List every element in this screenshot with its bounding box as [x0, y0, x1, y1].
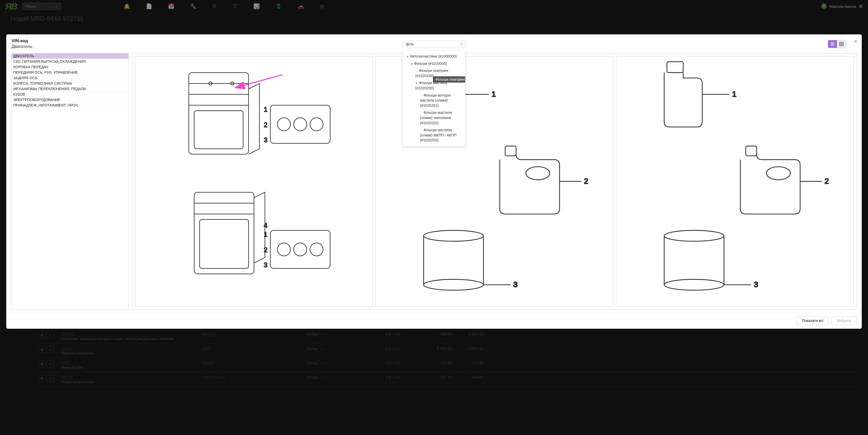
svg-point-31 [424, 280, 484, 290]
svg-text:2: 2 [584, 177, 588, 185]
diagram-engine[interactable]: 1 2 3 4 1 2 3 [135, 56, 373, 307]
category-item[interactable]: ДВИГАТЕЛЬ [12, 53, 128, 59]
svg-point-30 [424, 231, 484, 241]
svg-text:1: 1 [732, 90, 736, 98]
svg-point-10 [294, 118, 307, 131]
svg-point-38 [766, 167, 790, 180]
diagram-fluids-2[interactable]: 1 2 3 [616, 56, 854, 307]
grid-view-button[interactable] [837, 40, 846, 48]
autocomplete-item[interactable]: ▼Фільтри (#1020000) [403, 60, 465, 67]
view-toggle [828, 40, 846, 48]
category-item[interactable]: ПРИНАДЛЕЖ.,INFOTAINMENT, ПРОЧ. [12, 103, 128, 108]
grid-squares-icon [839, 42, 843, 46]
modal-search-wrap: ⊗ [403, 40, 465, 48]
autocomplete-item[interactable]: ▼Автозапчастини (#1000000) [403, 53, 465, 60]
autocomplete-dropdown: ▼Автозапчастини (#1000000)▼Фільтри (#102… [403, 51, 465, 146]
svg-rect-8 [270, 105, 330, 143]
svg-point-16 [277, 243, 290, 256]
svg-text:4: 4 [264, 222, 268, 229]
category-item[interactable]: ЭЛЕКТРООБОРУДОВАНИЕ [12, 97, 128, 103]
svg-rect-6 [194, 192, 254, 274]
category-item[interactable]: КОЛЁСА, ТОРМОЗНАЯ СИСТЕМА [12, 81, 128, 86]
svg-point-17 [294, 243, 307, 256]
svg-point-41 [664, 231, 724, 241]
svg-point-9 [277, 118, 290, 131]
svg-rect-3 [194, 111, 243, 149]
svg-point-11 [310, 118, 323, 131]
svg-rect-7 [200, 220, 249, 268]
category-item[interactable]: КОРОБКА ПЕРЕДАЧ [12, 64, 128, 70]
autocomplete-item[interactable]: Фільтри мастила (оливи) МКПП і АКПП (#10… [403, 126, 465, 144]
modal-search-input[interactable] [403, 40, 465, 48]
svg-rect-37 [746, 146, 756, 156]
svg-text:2: 2 [825, 177, 829, 185]
svg-text:2: 2 [264, 246, 268, 254]
modal-header: VIN-код Двигатель ⊗ ✕ ▼Автозапчастини (#… [6, 34, 862, 53]
svg-rect-15 [270, 231, 330, 268]
svg-text:3: 3 [754, 280, 758, 289]
svg-point-27 [526, 167, 550, 180]
modal-footer: Показати всі Вибрати [6, 312, 862, 329]
vin-modal: VIN-код Двигатель ⊗ ✕ ▼Автозапчастини (#… [6, 34, 862, 329]
select-button[interactable]: Вибрати [831, 316, 857, 325]
list-view-button[interactable] [828, 40, 837, 48]
show-all-button[interactable]: Показати всі [797, 316, 829, 325]
close-button[interactable]: ✕ [854, 38, 858, 44]
svg-rect-2 [189, 73, 249, 154]
svg-point-18 [310, 243, 323, 256]
category-item[interactable]: МЕХАНИЗМЫ ПЕРЕКЛЮЧЕНИЯ, ПЕДАЛИ [12, 86, 128, 92]
autocomplete-item[interactable]: Фільтри мастила (оливи) зчеплення (#1020… [403, 109, 465, 126]
category-item[interactable]: ЗАДНЯЯ ОСЬ [12, 75, 128, 81]
category-item[interactable]: ПЕРЕДНЯЯ ОСЬ, РУЛ. УПРАВЛЕНИЕ [12, 70, 128, 75]
svg-text:3: 3 [264, 136, 268, 144]
category-list: ДВИГАТЕЛЬСИС.ПИТАНИЯ,ВЫПУСКА,ОХЛАЖДЕНИЯК… [11, 53, 129, 310]
autocomplete-item[interactable]: Фільтри моторні мастила (оливи) (#102020… [403, 92, 465, 109]
clear-search-icon[interactable]: ⊗ [460, 42, 463, 46]
diagram-panel: 1 2 3 4 1 2 3 [132, 53, 857, 310]
svg-rect-34 [667, 62, 683, 73]
svg-text:1: 1 [264, 231, 268, 238]
svg-point-42 [664, 280, 724, 290]
svg-text:2: 2 [264, 121, 268, 128]
category-item[interactable]: КУЗОВ [12, 92, 128, 97]
svg-text:3: 3 [514, 280, 518, 289]
svg-text:1: 1 [492, 90, 496, 98]
svg-rect-26 [505, 146, 516, 156]
modal-title: VIN-код Двигатель [11, 38, 32, 50]
svg-text:1: 1 [264, 106, 268, 113]
list-icon [831, 42, 835, 46]
autocomplete-tooltip: Фільтри повітряні (#1020100) [433, 76, 465, 83]
category-item[interactable]: СИС.ПИТАНИЯ,ВЫПУСКА,ОХЛАЖДЕНИЯ [12, 59, 128, 64]
svg-text:3: 3 [264, 262, 268, 269]
